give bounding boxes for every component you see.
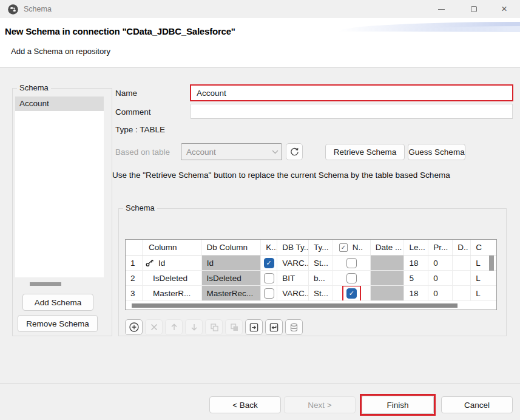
cell-length[interactable]: 18 bbox=[404, 286, 428, 300]
schema-table-group-label: Schema bbox=[123, 203, 157, 213]
finish-button[interactable]: Finish bbox=[362, 396, 434, 414]
cell-db-column[interactable]: Id bbox=[202, 256, 262, 270]
retrieve-hint-text: Use the "Retrieve Schema" button to repl… bbox=[112, 171, 450, 180]
cell-d[interactable] bbox=[453, 271, 471, 285]
database-icon bbox=[289, 322, 299, 333]
back-button[interactable]: < Back bbox=[209, 396, 281, 413]
cell-column[interactable]: MasterR... bbox=[143, 286, 202, 300]
grid-header-row: Column Db Column K... DB Ty... Ty... ✓ N… bbox=[126, 240, 496, 256]
cell-column[interactable]: IsDeleted bbox=[143, 271, 202, 285]
add-row-button[interactable] bbox=[125, 319, 143, 335]
maximize-button[interactable] bbox=[461, 0, 487, 18]
database-button[interactable] bbox=[285, 319, 303, 335]
chevron-down-icon bbox=[268, 150, 282, 154]
delete-row-button bbox=[145, 319, 163, 335]
cell-type[interactable]: b... bbox=[309, 271, 333, 285]
header-key[interactable]: K... bbox=[261, 240, 277, 255]
header-nullable[interactable]: ✓ N.. bbox=[333, 240, 371, 255]
cell-precision[interactable]: 0 bbox=[428, 271, 453, 285]
header-row-number bbox=[126, 240, 143, 255]
row-number: 2 bbox=[126, 271, 143, 285]
arrow-down-icon bbox=[189, 322, 199, 332]
list-horizontal-scrollbar[interactable] bbox=[30, 282, 61, 286]
header-db-type[interactable]: DB Ty... bbox=[277, 240, 309, 255]
title-bar: Schema × bbox=[0, 0, 520, 18]
cell-d[interactable] bbox=[453, 256, 471, 270]
name-label: Name bbox=[115, 89, 137, 98]
import-schema-button[interactable] bbox=[265, 319, 283, 335]
nullable-checkbox[interactable]: ✓ bbox=[346, 258, 357, 268]
cell-precision[interactable]: 0 bbox=[428, 256, 453, 270]
header-column[interactable]: Column bbox=[143, 240, 202, 255]
cell-nullable: ✓ bbox=[333, 271, 371, 285]
cell-length[interactable]: 5 bbox=[404, 271, 428, 285]
close-icon[interactable]: × bbox=[491, 0, 518, 18]
export-table-icon bbox=[249, 322, 259, 333]
name-input[interactable]: Account bbox=[190, 84, 513, 101]
based-on-table-value: Account bbox=[181, 147, 268, 157]
cell-db-column[interactable]: IsDeleted bbox=[202, 271, 262, 285]
export-schema-button[interactable] bbox=[245, 319, 263, 335]
cell-key: ✓ bbox=[261, 256, 277, 270]
cell-c[interactable]: L bbox=[471, 286, 496, 300]
header-c[interactable]: C bbox=[471, 240, 496, 255]
minimize-button[interactable] bbox=[428, 0, 454, 18]
header-db-column[interactable]: Db Column bbox=[202, 240, 262, 255]
cell-date bbox=[371, 256, 405, 270]
table-row: 2 IsDeleted IsDeleted ✓ BIT b... ✓ 5 0 L bbox=[126, 271, 496, 286]
key-checkbox[interactable]: ✓ bbox=[264, 258, 274, 268]
grid-vertical-scrollbar[interactable] bbox=[489, 256, 494, 271]
list-item-account[interactable]: Account bbox=[15, 97, 104, 111]
cell-key: ✓ bbox=[261, 271, 277, 285]
cell-db-type[interactable]: VARC... bbox=[277, 256, 309, 270]
page-subtitle: Add a Schema on repository bbox=[11, 47, 110, 56]
cell-precision[interactable]: 0 bbox=[428, 286, 453, 300]
grid-horizontal-scrollbar[interactable] bbox=[132, 303, 458, 308]
header-date[interactable]: Date ... bbox=[371, 240, 405, 255]
cell-column[interactable]: Id bbox=[143, 256, 202, 270]
paste-icon bbox=[229, 322, 239, 332]
comment-input[interactable] bbox=[191, 104, 513, 119]
cell-key: ✓ bbox=[261, 286, 277, 300]
cell-db-type[interactable]: VARC... bbox=[277, 286, 309, 300]
nullable-select-all-checkbox[interactable]: ✓ bbox=[339, 243, 348, 252]
key-icon bbox=[146, 259, 154, 267]
cell-c[interactable]: L bbox=[471, 271, 496, 285]
cell-length[interactable]: 18 bbox=[404, 256, 428, 270]
window-title: Schema bbox=[24, 5, 52, 13]
header-precision[interactable]: Pr... bbox=[428, 240, 453, 255]
cell-db-type[interactable]: BIT bbox=[277, 271, 309, 285]
finish-highlight-annotation: Finish bbox=[360, 394, 436, 416]
cell-d[interactable] bbox=[453, 286, 471, 300]
based-on-table-combo[interactable]: Account bbox=[181, 143, 282, 160]
refresh-tables-button[interactable] bbox=[286, 143, 303, 160]
remove-schema-button[interactable]: Remove Schema bbox=[18, 315, 98, 332]
import-table-icon bbox=[269, 322, 279, 333]
header-length[interactable]: Le... bbox=[404, 240, 428, 255]
retrieve-schema-button[interactable]: Retrieve Schema bbox=[325, 144, 405, 160]
cell-db-column[interactable]: MasterRec... bbox=[202, 286, 262, 300]
schema-app-icon bbox=[8, 4, 18, 15]
nullable-checkbox[interactable]: ✓ bbox=[346, 288, 357, 299]
cell-date bbox=[371, 271, 405, 285]
cancel-button[interactable]: Cancel bbox=[441, 396, 513, 413]
copy-button bbox=[205, 319, 223, 335]
add-schema-button[interactable]: Add Schema bbox=[22, 294, 93, 311]
header-nullable-label: N.. bbox=[353, 243, 363, 252]
move-down-button bbox=[185, 319, 203, 335]
schema-list: Account bbox=[15, 97, 104, 277]
cell-nullable: ✓ bbox=[333, 286, 371, 300]
nullable-checkbox[interactable]: ✓ bbox=[346, 273, 357, 283]
refresh-icon bbox=[289, 147, 300, 157]
cell-type[interactable]: St... bbox=[309, 286, 333, 300]
cell-type[interactable]: St... bbox=[309, 256, 333, 270]
key-checkbox[interactable]: ✓ bbox=[264, 273, 274, 283]
guess-schema-button[interactable]: Guess Schema bbox=[408, 144, 465, 160]
header-type[interactable]: Ty... bbox=[309, 240, 333, 255]
header-d[interactable]: D.. bbox=[453, 240, 471, 255]
page-title: New Schema in connection "CData_JDBC_Sal… bbox=[5, 26, 235, 36]
schema-dialog: Schema × New Schema in connection "CData… bbox=[0, 0, 520, 420]
paste-button bbox=[225, 319, 243, 335]
nullable-highlight-annotation: ✓ bbox=[342, 286, 361, 300]
key-checkbox[interactable]: ✓ bbox=[264, 288, 274, 299]
